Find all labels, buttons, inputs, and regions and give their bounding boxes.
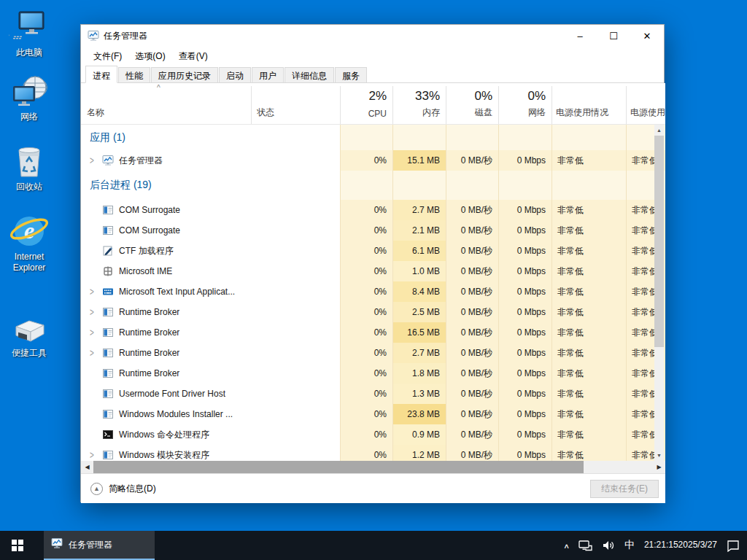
tab-strip: 进程性能应用历史记录启动用户详细信息服务	[81, 66, 664, 83]
scroll-left-icon[interactable]: ◀	[81, 461, 93, 473]
process-name-cell: COM Surrogate	[81, 220, 251, 241]
process-row[interactable]: >Runtime Broker0%16.5 MB0 MB/秒0 Mbps非常低非…	[81, 322, 665, 343]
menu-bar: 文件(F)选项(O)查看(V)	[81, 47, 664, 66]
recycle-bin-icon	[1, 143, 57, 179]
process-row[interactable]: CTF 加载程序0%6.1 MB0 MB/秒0 Mbps非常低非常低	[81, 241, 665, 261]
minimize-button[interactable]: –	[563, 25, 597, 47]
process-row[interactable]: >任务管理器0%15.1 MB0 MB/秒0 Mbps非常低非常低	[81, 150, 665, 171]
desktop-icon-4[interactable]: eInternet Explorer	[1, 213, 57, 273]
heat-cell	[551, 125, 626, 150]
process-name: COM Surrogate	[119, 225, 180, 236]
maximize-button[interactable]: ☐	[597, 25, 630, 47]
task-manager-icon	[88, 30, 99, 42]
expand-chevron-icon[interactable]: >	[90, 306, 101, 318]
details-toggle-label[interactable]: 简略信息(D)	[109, 483, 156, 495]
column-header-power[interactable]: 电源使用情况	[556, 106, 608, 119]
volume-tray-icon[interactable]	[602, 540, 615, 551]
process-name: Microsoft IME	[119, 266, 172, 276]
scroll-down-icon[interactable]: ▼	[654, 450, 664, 461]
vertical-scroll-thumb[interactable]	[654, 136, 664, 347]
column-header-name[interactable]: 名称	[87, 106, 104, 119]
expand-chevron-icon[interactable]: >	[90, 155, 101, 166]
ime-icon	[102, 265, 114, 277]
column-header-disk[interactable]: 磁盘	[475, 106, 492, 119]
heat-cell	[340, 125, 392, 150]
status-cell	[251, 125, 340, 150]
desktop-icon-label: 便捷工具	[1, 348, 57, 359]
tab-7[interactable]: 服务	[335, 67, 367, 82]
expand-chevron-icon[interactable]: >	[90, 286, 101, 298]
taskbar-clock[interactable]: 21:21:15 2025/3/27	[644, 540, 717, 551]
menu-item-3[interactable]: 查看(V)	[172, 47, 214, 66]
window-title: 任务管理器	[104, 30, 147, 42]
process-row[interactable]: >Windows 模块安装程序0%1.2 MB0 MB/秒0 Mbps非常低非常…	[81, 445, 665, 461]
net-cell: 0 Mbps	[498, 343, 551, 363]
tab-3[interactable]: 应用历史记录	[151, 67, 218, 82]
column-header-memory[interactable]: 内存	[422, 106, 440, 119]
heat-cell	[392, 171, 446, 200]
process-name-cell: >Runtime Broker	[81, 302, 251, 322]
tab-5[interactable]: 用户	[252, 67, 284, 82]
column-header-cpu[interactable]: CPU	[368, 109, 387, 119]
desktop-icon-1[interactable]: 此电脑	[1, 9, 57, 58]
disk-total-percent: 0%	[474, 89, 492, 104]
process-row[interactable]: Windows Modules Installer ...0%23.8 MB0 …	[81, 404, 665, 424]
disk-cell: 0 MB/秒	[446, 241, 498, 261]
desktop: 此电脑网络回收站eInternet Explorer便捷工具 任务管理器 – ☐…	[0, 0, 747, 560]
tab-2[interactable]: 性能	[118, 67, 150, 82]
process-group-header[interactable]: 应用 (1)	[81, 125, 665, 150]
taskbar-app-label: 任务管理器	[69, 539, 112, 551]
tab-4[interactable]: 启动	[219, 67, 251, 82]
cpu-cell: 0%	[340, 281, 392, 302]
cpu-cell: 0%	[340, 150, 392, 171]
process-row[interactable]: Runtime Broker0%1.8 MB0 MB/秒0 Mbps非常低非常低	[81, 363, 665, 384]
process-row[interactable]: Windows 命令处理程序0%0.9 MB0 MB/秒0 Mbps非常低非常低	[81, 424, 665, 445]
disk-cell: 0 MB/秒	[446, 261, 498, 281]
process-group-header[interactable]: 后台进程 (19)	[81, 171, 665, 200]
process-name: Windows 模块安装程序	[119, 449, 209, 462]
titlebar[interactable]: 任务管理器 – ☐ ✕	[81, 25, 664, 47]
expand-chevron-icon[interactable]: >	[90, 327, 101, 338]
horizontal-scrollbar[interactable]: ◀ ▶	[81, 461, 665, 473]
net-cell: 0 Mbps	[498, 150, 551, 171]
cpu-cell: 0%	[340, 322, 392, 343]
net-cell: 0 Mbps	[498, 363, 551, 384]
horizontal-scroll-thumb[interactable]	[93, 461, 584, 473]
taskbar-app-task-manager[interactable]: 任务管理器	[44, 531, 155, 560]
expand-details-icon[interactable]: ▲	[90, 483, 103, 495]
menu-item-2[interactable]: 选项(O)	[128, 47, 171, 66]
status-cell	[251, 343, 340, 363]
end-task-button[interactable]: 结束任务(E)	[590, 480, 659, 498]
column-header-network[interactable]: 网络	[528, 106, 546, 119]
menu-item-1[interactable]: 文件(F)	[87, 47, 128, 66]
expand-chevron-icon[interactable]: >	[90, 449, 101, 461]
expand-chevron-icon[interactable]: >	[90, 347, 101, 359]
tab-6[interactable]: 详细信息	[285, 67, 334, 82]
process-row[interactable]: >Runtime Broker0%2.5 MB0 MB/秒0 Mbps非常低非常…	[81, 302, 665, 322]
scroll-right-icon[interactable]: ▶	[653, 461, 665, 473]
tray-expand-icon[interactable]: ∧	[563, 542, 570, 549]
status-cell	[251, 171, 340, 200]
process-row[interactable]: >Runtime Broker0%2.7 MB0 MB/秒0 Mbps非常低非常…	[81, 343, 665, 363]
desktop-icon-5[interactable]: 便捷工具	[1, 309, 57, 359]
tab-1[interactable]: 进程	[85, 66, 117, 83]
ime-indicator[interactable]: 中	[624, 539, 635, 552]
net-cell: 0 Mbps	[498, 281, 551, 302]
network-tray-icon[interactable]	[578, 540, 592, 551]
start-button[interactable]	[0, 531, 35, 560]
process-row[interactable]: COM Surrogate0%2.7 MB0 MB/秒0 Mbps非常低非常低	[81, 200, 665, 220]
column-header-power-trend[interactable]: 电源使用	[630, 106, 665, 119]
desktop-icon-3[interactable]: 回收站	[1, 143, 57, 192]
process-row[interactable]: Usermode Font Driver Host0%1.3 MB0 MB/秒0…	[81, 384, 665, 404]
close-button[interactable]: ✕	[630, 25, 664, 47]
process-row[interactable]: Microsoft IME0%1.0 MB0 MB/秒0 Mbps非常低非常低	[81, 261, 665, 281]
scroll-up-icon[interactable]: ▲	[654, 125, 664, 136]
process-name-cell: Microsoft IME	[81, 261, 251, 281]
process-row[interactable]: COM Surrogate0%2.1 MB0 MB/秒0 Mbps非常低非常低	[81, 220, 665, 241]
vertical-scrollbar[interactable]: ▲ ▼	[654, 125, 664, 461]
action-center-icon[interactable]	[727, 540, 740, 552]
column-header-status[interactable]: 状态	[257, 106, 274, 119]
process-row[interactable]: >Microsoft Text Input Applicat...0%8.4 M…	[81, 281, 665, 302]
desktop-icon-2[interactable]: 网络	[1, 73, 57, 122]
status-cell	[251, 150, 340, 171]
